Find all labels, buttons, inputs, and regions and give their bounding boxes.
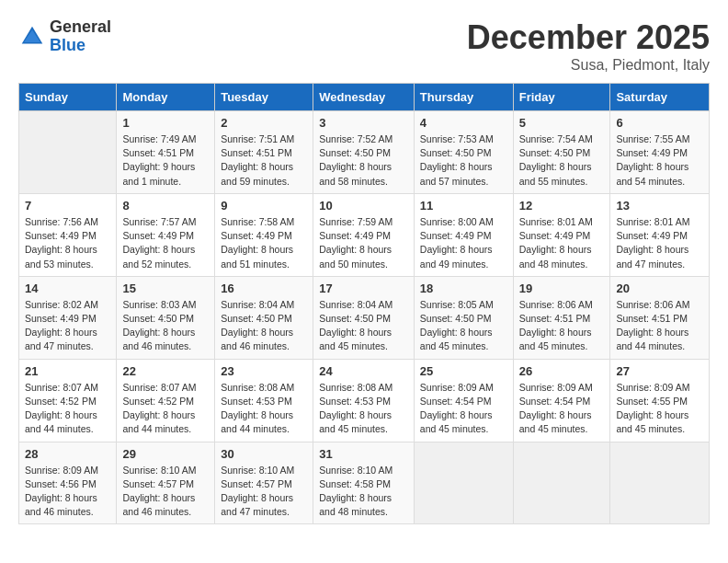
column-header-monday: Monday <box>117 84 215 111</box>
calendar-cell: 14Sunrise: 8:02 AMSunset: 4:49 PMDayligh… <box>19 276 117 359</box>
day-info: Sunrise: 7:58 AMSunset: 4:49 PMDaylight:… <box>221 215 307 271</box>
calendar-cell: 18Sunrise: 8:05 AMSunset: 4:50 PMDayligh… <box>414 276 513 359</box>
calendar-cell: 31Sunrise: 8:10 AMSunset: 4:58 PMDayligh… <box>313 442 415 524</box>
day-info: Sunrise: 8:10 AMSunset: 4:57 PMDaylight:… <box>221 464 307 520</box>
calendar-week-4: 21Sunrise: 8:07 AMSunset: 4:52 PMDayligh… <box>19 359 710 442</box>
day-number: 20 <box>616 282 703 295</box>
calendar-cell: 25Sunrise: 8:09 AMSunset: 4:54 PMDayligh… <box>414 359 513 442</box>
day-info: Sunrise: 8:07 AMSunset: 4:52 PMDaylight:… <box>25 381 110 437</box>
calendar-cell: 19Sunrise: 8:06 AMSunset: 4:51 PMDayligh… <box>513 276 610 359</box>
day-number: 12 <box>519 199 605 213</box>
day-number: 25 <box>420 364 507 378</box>
calendar-week-2: 7Sunrise: 7:56 AMSunset: 4:49 PMDaylight… <box>19 193 710 276</box>
day-number: 30 <box>221 447 307 461</box>
location: Susa, Piedmont, Italy <box>467 57 710 74</box>
calendar-cell: 15Sunrise: 8:03 AMSunset: 4:50 PMDayligh… <box>117 276 215 359</box>
calendar-cell: 1Sunrise: 7:49 AMSunset: 4:51 PMDaylight… <box>117 111 215 194</box>
calendar-week-3: 14Sunrise: 8:02 AMSunset: 4:49 PMDayligh… <box>19 276 710 359</box>
calendar-table: SundayMondayTuesdayWednesdayThursdayFrid… <box>18 83 710 524</box>
calendar-cell: 11Sunrise: 8:00 AMSunset: 4:49 PMDayligh… <box>414 193 513 276</box>
day-info: Sunrise: 8:03 AMSunset: 4:50 PMDaylight:… <box>122 298 209 354</box>
logo-blue: Blue <box>50 37 111 55</box>
calendar-week-1: 1Sunrise: 7:49 AMSunset: 4:51 PMDaylight… <box>19 111 710 194</box>
day-info: Sunrise: 8:08 AMSunset: 4:53 PMDaylight:… <box>319 381 408 437</box>
calendar-cell: 26Sunrise: 8:09 AMSunset: 4:54 PMDayligh… <box>513 359 610 442</box>
day-number: 23 <box>221 364 307 378</box>
day-info: Sunrise: 8:09 AMSunset: 4:54 PMDaylight:… <box>519 381 605 437</box>
day-number: 13 <box>616 199 703 213</box>
logo-general: General <box>50 18 111 37</box>
calendar-cell <box>610 442 710 524</box>
month-title: December 2025 <box>467 18 710 57</box>
day-info: Sunrise: 8:06 AMSunset: 4:51 PMDaylight:… <box>616 298 703 354</box>
day-info: Sunrise: 8:05 AMSunset: 4:50 PMDaylight:… <box>420 298 507 354</box>
day-info: Sunrise: 8:01 AMSunset: 4:49 PMDaylight:… <box>519 215 605 271</box>
calendar-cell: 20Sunrise: 8:06 AMSunset: 4:51 PMDayligh… <box>610 276 710 359</box>
day-info: Sunrise: 8:04 AMSunset: 4:50 PMDaylight:… <box>319 298 408 354</box>
column-header-friday: Friday <box>513 84 610 111</box>
logo: General Blue <box>18 18 111 55</box>
day-info: Sunrise: 8:08 AMSunset: 4:53 PMDaylight:… <box>221 381 307 437</box>
day-number: 19 <box>519 282 605 295</box>
day-number: 27 <box>616 364 703 378</box>
day-info: Sunrise: 8:01 AMSunset: 4:49 PMDaylight:… <box>616 215 703 271</box>
day-info: Sunrise: 8:02 AMSunset: 4:49 PMDaylight:… <box>25 298 110 354</box>
day-number: 26 <box>519 364 605 378</box>
calendar-cell: 10Sunrise: 7:59 AMSunset: 4:49 PMDayligh… <box>313 193 415 276</box>
day-number: 2 <box>221 116 307 130</box>
calendar-cell: 12Sunrise: 8:01 AMSunset: 4:49 PMDayligh… <box>513 193 610 276</box>
calendar-cell <box>19 111 117 194</box>
calendar-cell: 22Sunrise: 8:07 AMSunset: 4:52 PMDayligh… <box>117 359 215 442</box>
calendar-cell: 8Sunrise: 7:57 AMSunset: 4:49 PMDaylight… <box>117 193 215 276</box>
day-info: Sunrise: 7:49 AMSunset: 4:51 PMDaylight:… <box>122 132 209 189</box>
calendar-cell <box>513 442 610 524</box>
day-number: 1 <box>122 116 209 130</box>
calendar-cell: 23Sunrise: 8:08 AMSunset: 4:53 PMDayligh… <box>215 359 313 442</box>
title-section: December 2025 Susa, Piedmont, Italy <box>467 18 710 74</box>
day-info: Sunrise: 8:10 AMSunset: 4:58 PMDaylight:… <box>319 464 408 520</box>
calendar-cell: 21Sunrise: 8:07 AMSunset: 4:52 PMDayligh… <box>19 359 117 442</box>
day-number: 17 <box>319 282 408 295</box>
calendar-cell: 30Sunrise: 8:10 AMSunset: 4:57 PMDayligh… <box>215 442 313 524</box>
day-number: 18 <box>420 282 507 295</box>
day-number: 8 <box>122 199 209 213</box>
day-number: 5 <box>519 116 605 130</box>
calendar-cell: 2Sunrise: 7:51 AMSunset: 4:51 PMDaylight… <box>215 111 313 194</box>
day-info: Sunrise: 7:56 AMSunset: 4:49 PMDaylight:… <box>25 215 110 271</box>
day-info: Sunrise: 7:53 AMSunset: 4:50 PMDaylight:… <box>420 132 507 189</box>
day-info: Sunrise: 8:07 AMSunset: 4:52 PMDaylight:… <box>122 381 209 437</box>
day-number: 24 <box>319 364 408 378</box>
day-number: 9 <box>221 199 307 213</box>
column-header-saturday: Saturday <box>610 84 710 111</box>
day-info: Sunrise: 7:54 AMSunset: 4:50 PMDaylight:… <box>519 132 605 189</box>
day-info: Sunrise: 7:59 AMSunset: 4:49 PMDaylight:… <box>319 215 408 271</box>
calendar-cell: 17Sunrise: 8:04 AMSunset: 4:50 PMDayligh… <box>313 276 415 359</box>
day-number: 6 <box>616 116 703 130</box>
day-info: Sunrise: 8:04 AMSunset: 4:50 PMDaylight:… <box>221 298 307 354</box>
day-number: 21 <box>25 364 110 378</box>
page-header: General Blue December 2025 Susa, Piedmon… <box>18 18 710 74</box>
calendar-cell: 7Sunrise: 7:56 AMSunset: 4:49 PMDaylight… <box>19 193 117 276</box>
calendar-cell: 3Sunrise: 7:52 AMSunset: 4:50 PMDaylight… <box>313 111 415 194</box>
calendar-cell: 13Sunrise: 8:01 AMSunset: 4:49 PMDayligh… <box>610 193 710 276</box>
day-info: Sunrise: 8:06 AMSunset: 4:51 PMDaylight:… <box>519 298 605 354</box>
day-number: 11 <box>420 199 507 213</box>
column-header-wednesday: Wednesday <box>313 84 415 111</box>
calendar-cell: 5Sunrise: 7:54 AMSunset: 4:50 PMDaylight… <box>513 111 610 194</box>
column-header-tuesday: Tuesday <box>215 84 313 111</box>
calendar-cell: 27Sunrise: 8:09 AMSunset: 4:55 PMDayligh… <box>610 359 710 442</box>
calendar-cell <box>414 442 513 524</box>
day-number: 14 <box>25 282 110 295</box>
day-number: 3 <box>319 116 408 130</box>
calendar-cell: 4Sunrise: 7:53 AMSunset: 4:50 PMDaylight… <box>414 111 513 194</box>
calendar-cell: 16Sunrise: 8:04 AMSunset: 4:50 PMDayligh… <box>215 276 313 359</box>
day-info: Sunrise: 8:09 AMSunset: 4:56 PMDaylight:… <box>25 464 110 520</box>
calendar-cell: 28Sunrise: 8:09 AMSunset: 4:56 PMDayligh… <box>19 442 117 524</box>
logo-text: General Blue <box>50 18 111 55</box>
day-number: 7 <box>25 199 110 213</box>
day-number: 31 <box>319 447 408 461</box>
day-number: 10 <box>319 199 408 213</box>
day-info: Sunrise: 7:52 AMSunset: 4:50 PMDaylight:… <box>319 132 408 189</box>
logo-icon <box>18 23 46 51</box>
calendar-week-5: 28Sunrise: 8:09 AMSunset: 4:56 PMDayligh… <box>19 442 710 524</box>
